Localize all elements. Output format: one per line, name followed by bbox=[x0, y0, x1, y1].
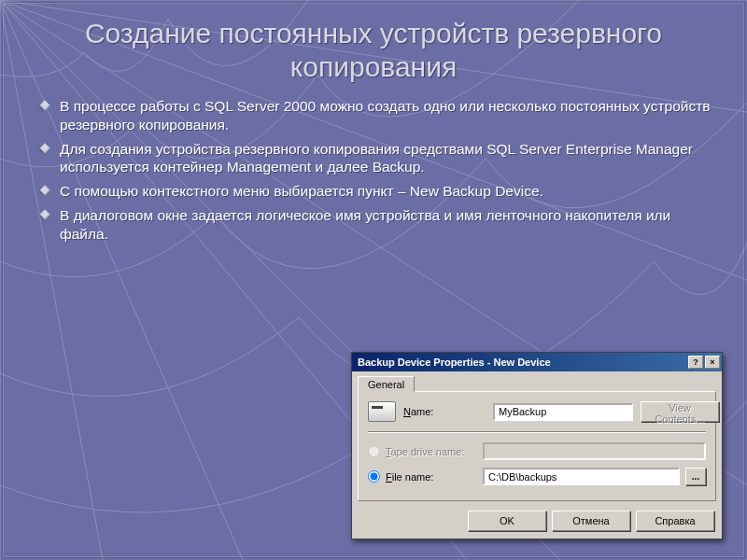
bullet-item: С помощью контекстного меню выбирается п… bbox=[39, 182, 715, 201]
ok-button[interactable]: OK bbox=[468, 511, 546, 531]
bullet-item: Для создания устройства резервного копир… bbox=[39, 140, 715, 177]
tab-strip: General bbox=[352, 371, 722, 391]
name-label: Name: bbox=[403, 406, 486, 417]
tape-label: Tape drive name: bbox=[386, 446, 477, 457]
bullet-list: В процессе работы с SQL Server 2000 можн… bbox=[32, 97, 715, 244]
file-radio[interactable] bbox=[368, 470, 380, 483]
dialog-button-row: OK Отмена Справка bbox=[352, 507, 722, 539]
cancel-button[interactable]: Отмена bbox=[552, 511, 630, 531]
help-button[interactable]: Справка bbox=[636, 511, 714, 531]
slide-title: Создание постоянных устройств резервного… bbox=[32, 17, 715, 84]
browse-button[interactable]: ... bbox=[685, 468, 706, 485]
file-input[interactable] bbox=[483, 468, 680, 485]
close-icon[interactable]: × bbox=[705, 356, 720, 369]
tab-body: Name: View Contents... Tape drive name: … bbox=[358, 391, 716, 501]
bullet-item: В диалоговом окне задается логическое им… bbox=[39, 206, 715, 244]
dialog-titlebar: Backup Device Properties - New Device ? … bbox=[352, 353, 722, 371]
tab-general[interactable]: General bbox=[358, 376, 415, 392]
device-icon bbox=[368, 401, 396, 422]
help-icon[interactable]: ? bbox=[688, 356, 703, 369]
separator bbox=[368, 431, 706, 433]
tape-input bbox=[483, 442, 706, 460]
backup-device-dialog: Backup Device Properties - New Device ? … bbox=[351, 352, 723, 539]
dialog-title: Backup Device Properties - New Device bbox=[358, 357, 686, 368]
tape-radio bbox=[368, 445, 380, 457]
bullet-item: В процессе работы с SQL Server 2000 можн… bbox=[39, 97, 715, 134]
view-contents-button: View Contents... bbox=[641, 401, 719, 422]
file-label: File name: bbox=[386, 471, 477, 483]
slide: Создание постоянных устройств резервного… bbox=[0, 0, 747, 560]
name-input[interactable] bbox=[493, 403, 633, 421]
